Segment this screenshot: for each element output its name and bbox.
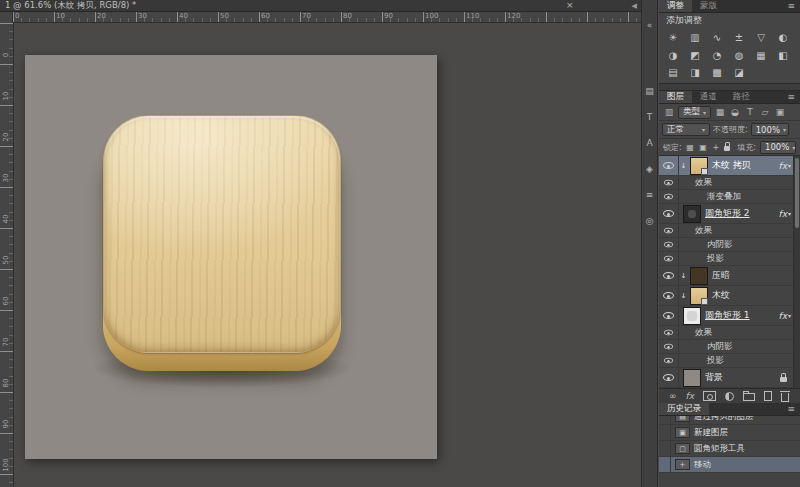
tab-history[interactable]: 历史记录 bbox=[659, 403, 709, 415]
filter-type-dropdown[interactable]: 类型 ▾ bbox=[678, 106, 711, 119]
canvas-workspace[interactable] bbox=[14, 23, 641, 487]
fx-collapse-icon[interactable]: ▾ bbox=[788, 210, 791, 217]
blend-mode-dropdown[interactable]: 正常 ▾ bbox=[662, 123, 710, 136]
lock-position-icon[interactable]: + bbox=[711, 143, 720, 152]
fx-badge[interactable]: fx bbox=[778, 311, 787, 321]
history-row[interactable]: ▤ 通过拷贝的图层 bbox=[659, 416, 800, 425]
history-source-column[interactable] bbox=[659, 416, 671, 424]
opacity-dropdown[interactable]: 100% ▾ bbox=[751, 123, 789, 136]
invert-icon[interactable]: ◧ bbox=[772, 47, 794, 64]
effect-row[interactable]: 内阴影 bbox=[659, 340, 793, 354]
collapse-panels-icon[interactable]: « bbox=[642, 20, 657, 30]
color-lookup-icon[interactable]: ▦ bbox=[750, 47, 772, 64]
layer-thumbnail[interactable] bbox=[690, 287, 708, 305]
filter-type-layers-icon[interactable]: T bbox=[744, 107, 756, 117]
visibility-toggle[interactable] bbox=[659, 368, 679, 387]
lock-all-icon[interactable] bbox=[724, 146, 730, 151]
history-source-column[interactable] bbox=[659, 425, 671, 440]
layer-thumbnail[interactable] bbox=[683, 307, 701, 325]
photo-filter-icon[interactable]: ◔ bbox=[706, 47, 728, 64]
effect-row[interactable]: 内阴影 bbox=[659, 238, 793, 252]
horizontal-ruler[interactable]: 0 10 20 30 40 50 60 70 80 90 100 110 120 bbox=[0, 12, 641, 23]
effect-row[interactable]: 投影 bbox=[659, 252, 793, 266]
visibility-toggle[interactable] bbox=[659, 354, 679, 367]
visibility-toggle[interactable] bbox=[659, 238, 679, 251]
filter-shape-layers-icon[interactable]: ▱ bbox=[759, 107, 771, 117]
layer-thumbnail[interactable] bbox=[690, 267, 708, 285]
new-group-icon[interactable] bbox=[743, 393, 755, 401]
effects-header-row[interactable]: 效果 bbox=[659, 326, 793, 340]
panel-menu-icon[interactable]: ≡ bbox=[782, 0, 800, 12]
visibility-toggle[interactable] bbox=[659, 176, 679, 189]
gradient-map-icon[interactable]: ▩ bbox=[706, 64, 728, 81]
add-layer-mask-icon[interactable] bbox=[703, 391, 716, 401]
info-panel-icon[interactable]: ◎ bbox=[642, 216, 657, 226]
visibility-toggle[interactable] bbox=[659, 340, 679, 353]
color-balance-icon[interactable]: ◑ bbox=[662, 47, 684, 64]
visibility-toggle[interactable] bbox=[659, 224, 679, 237]
history-source-column[interactable] bbox=[659, 441, 671, 456]
tab-paths[interactable]: 路径 bbox=[725, 91, 758, 103]
document-titlebar[interactable]: 1 @ 61.6% (木纹 拷贝, RGB/8) * × ◀ bbox=[0, 0, 641, 12]
filter-pixel-layers-icon[interactable]: ▦ bbox=[714, 107, 726, 117]
levels-icon[interactable]: ▥ bbox=[684, 29, 706, 46]
effects-header-row[interactable]: 效果 bbox=[659, 224, 793, 238]
new-adjustment-layer-icon[interactable] bbox=[725, 392, 734, 401]
layer-thumbnail[interactable] bbox=[690, 157, 708, 175]
black-white-icon[interactable]: ◩ bbox=[684, 47, 706, 64]
link-layers-icon[interactable]: ∞ bbox=[669, 391, 677, 401]
new-layer-icon[interactable] bbox=[764, 391, 772, 401]
scrollbar-thumb[interactable] bbox=[795, 158, 799, 228]
add-layer-style-icon[interactable]: fx bbox=[686, 391, 695, 401]
layer-thumbnail[interactable] bbox=[683, 205, 701, 223]
exposure-icon[interactable]: ± bbox=[728, 29, 750, 46]
visibility-toggle[interactable] bbox=[659, 306, 679, 325]
close-icon[interactable]: × bbox=[566, 0, 574, 11]
visibility-toggle[interactable] bbox=[659, 326, 679, 339]
filter-adjustment-layers-icon[interactable]: ◒ bbox=[729, 107, 741, 117]
panel-menu-icon[interactable]: ≡ bbox=[782, 91, 800, 103]
tab-masks[interactable]: 蒙版 bbox=[692, 0, 725, 12]
fill-dropdown[interactable]: 100% ▾ bbox=[760, 141, 796, 154]
3d-panel-icon[interactable]: ◈ bbox=[642, 164, 657, 174]
panel-menu-icon[interactable]: ≡ bbox=[782, 403, 800, 415]
visibility-toggle[interactable] bbox=[659, 190, 679, 203]
layer-name[interactable]: 圆角矩形 1 bbox=[705, 309, 777, 322]
layer-row[interactable]: ↓ 木纹 bbox=[659, 286, 793, 306]
effects-header-row[interactable]: 效果 bbox=[659, 176, 793, 190]
layer-thumbnail[interactable] bbox=[683, 369, 701, 387]
filter-smart-object-icon[interactable]: ▣ bbox=[774, 107, 786, 117]
visibility-toggle[interactable] bbox=[659, 204, 679, 223]
history-row[interactable]: + 移动 bbox=[659, 457, 800, 473]
brightness-contrast-icon[interactable]: ☀ bbox=[662, 29, 684, 46]
tab-layers[interactable]: 图层 bbox=[659, 91, 692, 103]
layer-row[interactable]: 圆角矩形 1 fx ▾ bbox=[659, 306, 793, 326]
fx-badge[interactable]: fx bbox=[778, 161, 787, 171]
vertical-ruler[interactable]: 0 10 20 30 40 50 60 70 80 90 100 bbox=[0, 23, 14, 487]
visibility-toggle[interactable] bbox=[659, 252, 679, 265]
layer-row[interactable]: 圆角矩形 2 fx ▾ bbox=[659, 204, 793, 224]
history-row[interactable]: ▢ 圆角矩形工具 bbox=[659, 441, 800, 457]
posterize-icon[interactable]: ▤ bbox=[662, 64, 684, 81]
paragraph-panel-icon[interactable]: A bbox=[642, 138, 657, 148]
layer-name[interactable]: 木纹 拷贝 bbox=[712, 159, 777, 172]
delete-layer-icon[interactable] bbox=[781, 393, 789, 402]
layer-name[interactable]: 背景 bbox=[705, 371, 780, 384]
effect-row[interactable]: 渐变叠加 bbox=[659, 190, 793, 204]
effect-row[interactable]: 投影 bbox=[659, 354, 793, 368]
history-row[interactable]: ▣ 新建图层 bbox=[659, 425, 800, 441]
visibility-toggle[interactable] bbox=[659, 286, 679, 305]
visibility-toggle[interactable] bbox=[659, 156, 679, 175]
layers-scrollbar[interactable] bbox=[793, 156, 800, 388]
layer-row[interactable]: ↓ 压暗 bbox=[659, 266, 793, 286]
fx-collapse-icon[interactable]: ▾ bbox=[788, 162, 791, 169]
history-source-column[interactable] bbox=[659, 457, 671, 472]
lock-transparency-icon[interactable]: ▦ bbox=[686, 143, 695, 152]
layer-row[interactable]: 背景 bbox=[659, 368, 793, 388]
lock-pixels-icon[interactable]: ▣ bbox=[699, 143, 708, 152]
character-panel-icon[interactable]: T bbox=[642, 112, 657, 122]
layer-name[interactable]: 压暗 bbox=[712, 269, 793, 282]
filter-picker-icon[interactable]: ▥ bbox=[663, 107, 675, 117]
fx-badge[interactable]: fx bbox=[778, 209, 787, 219]
layer-name[interactable]: 木纹 bbox=[712, 289, 793, 302]
